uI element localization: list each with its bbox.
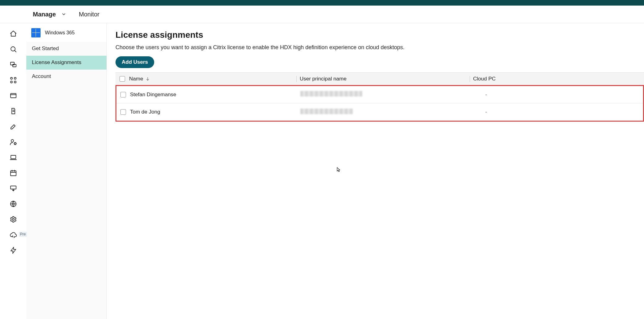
column-header-cloudpc[interactable]: Cloud PC <box>470 76 498 82</box>
svg-point-13 <box>11 140 14 142</box>
chevron-down-icon <box>61 12 66 17</box>
highlighted-rows: Stefan Dingemanse - Tom de Jong - <box>115 85 644 122</box>
main-content: License assignments Choose the users you… <box>107 23 644 319</box>
row-checkbox-cell <box>116 109 130 115</box>
user-settings-icon[interactable] <box>10 138 17 146</box>
svg-rect-15 <box>11 155 16 159</box>
table-row[interactable]: Tom de Jong - <box>116 103 643 121</box>
subnav-item-get-started[interactable]: Get Started <box>26 42 107 56</box>
svg-rect-8 <box>11 93 16 98</box>
secondary-nav-header: Windows 365 <box>26 23 107 42</box>
cell-name: Tom de Jong <box>130 109 297 115</box>
subnav-item-license-assignments[interactable]: License Assignments <box>26 56 107 70</box>
column-header-name-label: Name <box>129 76 143 82</box>
edit-icon[interactable] <box>10 123 17 130</box>
calendar-icon[interactable] <box>10 169 17 177</box>
row-checkbox[interactable] <box>120 109 126 115</box>
tab-manage-label: Manage <box>33 11 56 18</box>
top-tab-bar: Manage Monitor <box>0 6 644 23</box>
windows-365-icon <box>31 28 41 37</box>
machines-icon[interactable] <box>10 61 17 68</box>
svg-rect-17 <box>11 171 16 176</box>
table-header-row: Name User principal name Cloud PC <box>115 73 644 85</box>
tab-manage[interactable]: Manage <box>27 6 72 23</box>
cell-name: Stefan Dingemanse <box>130 92 297 98</box>
svg-point-7 <box>14 81 16 83</box>
subnav-item-account[interactable]: Account <box>26 70 107 84</box>
row-checkbox-cell <box>116 92 130 97</box>
tab-monitor[interactable]: Monitor <box>72 6 106 23</box>
top-brand-strip <box>0 0 644 6</box>
laptop-icon[interactable] <box>10 154 17 161</box>
apps-icon[interactable] <box>10 76 17 84</box>
sort-descending-icon <box>146 77 150 81</box>
license-table: Name User principal name Cloud PC <box>115 72 644 122</box>
svg-point-23 <box>12 218 14 220</box>
svg-marker-24 <box>11 247 16 253</box>
column-header-cloudpc-label: Cloud PC <box>473 76 496 82</box>
redacted-text <box>300 109 353 114</box>
cell-upn <box>297 91 471 98</box>
page-description: Choose the users you want to assign a Ci… <box>115 44 644 51</box>
subnav-item-label: Account <box>32 73 51 79</box>
svg-point-5 <box>14 77 16 79</box>
row-checkbox[interactable] <box>120 92 126 97</box>
select-all-checkbox[interactable] <box>120 76 125 82</box>
column-header-name[interactable]: Name <box>129 76 296 82</box>
svg-rect-21 <box>11 186 16 189</box>
home-icon[interactable] <box>10 30 17 37</box>
policies-icon[interactable] <box>10 107 17 115</box>
column-header-upn[interactable]: User principal name <box>296 76 470 82</box>
mouse-cursor-icon <box>336 166 342 173</box>
table-row[interactable]: Stefan Dingemanse - <box>116 86 643 103</box>
subnav-item-label: Get Started <box>32 45 59 51</box>
select-all-cell <box>115 76 129 82</box>
gear-icon[interactable] <box>10 216 17 223</box>
search-icon[interactable] <box>10 45 17 53</box>
tab-monitor-label: Monitor <box>79 11 99 18</box>
download-icon[interactable] <box>10 185 17 192</box>
cell-upn <box>297 109 471 116</box>
bolt-icon[interactable] <box>10 247 17 254</box>
redacted-text <box>300 91 362 97</box>
cloud-sync-icon[interactable]: Pre <box>10 231 17 239</box>
svg-line-1 <box>15 51 16 52</box>
left-icon-rail: Pre <box>0 23 26 319</box>
globe-icon[interactable] <box>10 200 17 208</box>
cell-cloudpc: - <box>471 109 498 115</box>
secondary-nav-title: Windows 365 <box>45 30 75 36</box>
preview-badge: Pre <box>19 232 27 237</box>
page-title: License assignments <box>115 30 644 40</box>
secondary-nav: Windows 365 Get Started License Assignme… <box>26 23 107 319</box>
svg-point-4 <box>11 77 12 79</box>
column-header-upn-label: User principal name <box>300 76 346 82</box>
subnav-item-label: License Assignments <box>32 59 81 65</box>
cell-cloudpc: - <box>471 92 498 98</box>
add-users-button[interactable]: Add Users <box>115 56 154 68</box>
svg-point-6 <box>11 81 12 83</box>
browser-icon[interactable] <box>10 92 17 99</box>
